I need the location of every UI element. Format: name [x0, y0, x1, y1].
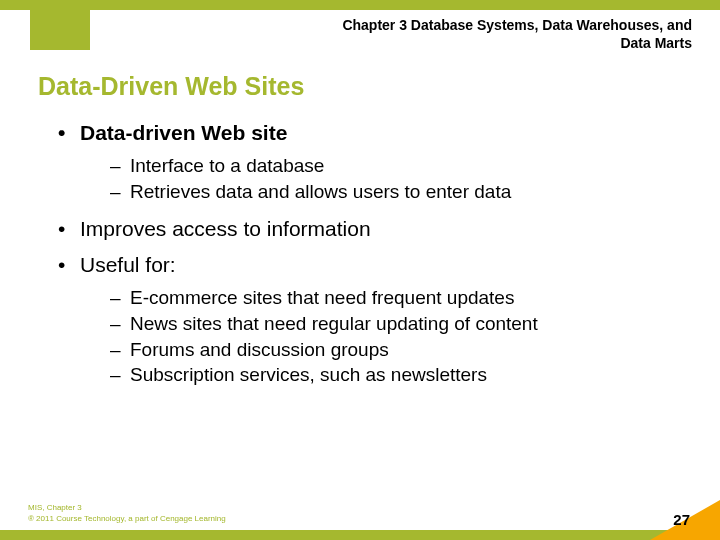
- bullet-3-sub-1: E-commerce sites that need frequent upda…: [110, 285, 680, 311]
- bullet-3-sub-3: Forums and discussion groups: [110, 337, 680, 363]
- page-number: 27: [673, 511, 690, 528]
- footer-text: MIS, Chapter 3 ® 2011 Course Technology,…: [28, 503, 692, 524]
- chapter-title-line2: Data Marts: [620, 35, 692, 51]
- bullet-3: Useful for: E-commerce sites that need f…: [58, 251, 680, 388]
- bullet-1: Data-driven Web site Interface to a data…: [58, 119, 680, 205]
- footer: MIS, Chapter 3 ® 2011 Course Technology,…: [0, 503, 720, 540]
- footer-line2: ® 2011 Course Technology, a part of Ceng…: [28, 514, 226, 523]
- bullet-1-sub-2: Retrieves data and allows users to enter…: [110, 179, 680, 205]
- bullet-list: Data-driven Web site Interface to a data…: [40, 119, 680, 388]
- slide-content: Data-driven Web site Interface to a data…: [40, 119, 680, 388]
- chapter-title-line1: Chapter 3 Database Systems, Data Warehou…: [342, 17, 692, 33]
- bullet-1-sub-1: Interface to a database: [110, 153, 680, 179]
- header-bar: Chapter 3 Database Systems, Data Warehou…: [0, 0, 720, 60]
- header-accent-square: [30, 0, 90, 50]
- bullet-1-sublist: Interface to a database Retrieves data a…: [80, 153, 680, 204]
- bullet-3-sub-4: Subscription services, such as newslette…: [110, 362, 680, 388]
- footer-line1: MIS, Chapter 3: [28, 503, 82, 512]
- bullet-2: Improves access to information: [58, 215, 680, 243]
- bullet-3-sublist: E-commerce sites that need frequent upda…: [80, 285, 680, 388]
- bullet-1-text: Data-driven Web site: [80, 121, 287, 144]
- bullet-3-text: Useful for:: [80, 253, 176, 276]
- slide-title: Data-Driven Web Sites: [38, 72, 720, 101]
- bullet-3-sub-2: News sites that need regular updating of…: [110, 311, 680, 337]
- chapter-title: Chapter 3 Database Systems, Data Warehou…: [160, 16, 692, 52]
